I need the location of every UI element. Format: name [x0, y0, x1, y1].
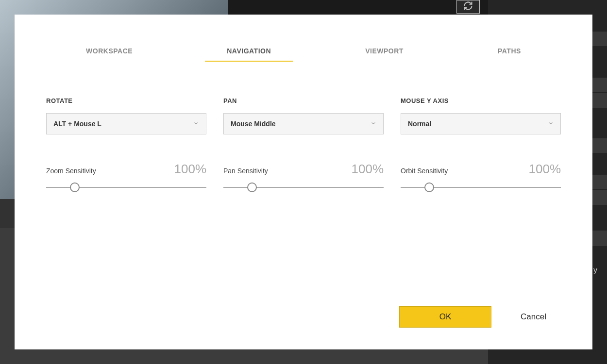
tab-paths[interactable]: PATHS [483, 41, 536, 61]
orbit-slider-handle[interactable] [424, 182, 434, 192]
ok-button[interactable]: OK [399, 306, 491, 328]
zoom-sensitivity-block: Zoom Sensitivity 100% [46, 162, 206, 192]
content-container: ROTATE ALT + Mouse L Zoom Sensitivity 10… [15, 61, 592, 192]
section-rotate: ROTATE ALT + Mouse L Zoom Sensitivity 10… [46, 97, 206, 192]
panel-text: y [593, 266, 597, 275]
section-pan: PAN Mouse Middle Pan Sensitivity 100% [223, 97, 384, 192]
pan-title: PAN [223, 97, 384, 104]
chevron-down-icon [193, 119, 199, 128]
tabs-container: WORKSPACE NAVIGATION VIEWPORT PATHS [15, 41, 592, 61]
zoom-slider-value: 100% [174, 162, 207, 177]
orbit-slider-value: 100% [529, 162, 561, 177]
tab-navigation[interactable]: NAVIGATION [212, 41, 286, 61]
modal-footer: OK Cancel [399, 306, 546, 328]
mouse-y-title: MOUSE Y AXIS [401, 97, 561, 104]
section-mouse-y: MOUSE Y AXIS Normal Orbit Sensitivity 10… [401, 97, 561, 192]
toolbar-background [228, 0, 488, 15]
tab-workspace[interactable]: WORKSPACE [71, 41, 147, 61]
tab-viewport[interactable]: VIEWPORT [351, 41, 418, 61]
rotate-dropdown[interactable]: ALT + Mouse L [46, 113, 206, 134]
rotate-title: ROTATE [46, 97, 206, 104]
pan-slider-header: Pan Sensitivity 100% [223, 162, 384, 177]
mouse-y-dropdown[interactable]: Normal [401, 113, 561, 134]
pan-slider-label: Pan Sensitivity [223, 167, 268, 175]
settings-modal: WORKSPACE NAVIGATION VIEWPORT PATHS ROTA… [15, 15, 592, 349]
pan-sensitivity-block: Pan Sensitivity 100% [223, 162, 384, 192]
chevron-down-icon [548, 119, 554, 128]
orbit-slider-label: Orbit Sensitivity [401, 167, 448, 175]
refresh-button[interactable] [456, 0, 480, 14]
pan-dropdown-value: Mouse Middle [231, 120, 276, 128]
pan-slider[interactable] [223, 182, 384, 192]
refresh-icon [463, 1, 473, 13]
orbit-sensitivity-block: Orbit Sensitivity 100% [401, 162, 561, 192]
zoom-slider[interactable] [46, 182, 206, 192]
cancel-button[interactable]: Cancel [521, 312, 546, 322]
pan-slider-value: 100% [352, 162, 384, 177]
zoom-slider-handle[interactable] [70, 182, 80, 192]
pan-slider-handle[interactable] [247, 182, 257, 192]
chevron-down-icon [371, 119, 376, 128]
zoom-slider-header: Zoom Sensitivity 100% [46, 162, 206, 177]
pan-dropdown[interactable]: Mouse Middle [223, 113, 384, 134]
mouse-y-dropdown-value: Normal [408, 120, 431, 128]
rotate-dropdown-value: ALT + Mouse L [53, 120, 101, 128]
zoom-slider-label: Zoom Sensitivity [46, 167, 96, 175]
orbit-slider[interactable] [401, 182, 561, 192]
orbit-slider-header: Orbit Sensitivity 100% [401, 162, 561, 177]
